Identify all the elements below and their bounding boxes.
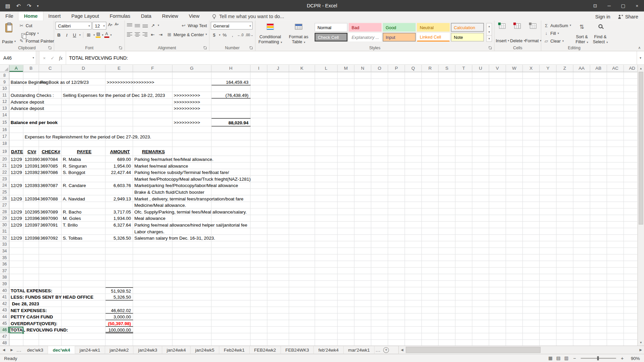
row-header-35[interactable]: 35: [0, 254, 9, 261]
ribbon-display-options-icon[interactable]: ⊡: [588, 0, 602, 11]
column-header-H[interactable]: H: [212, 65, 251, 72]
align-center-button[interactable]: [134, 32, 141, 37]
minimize-icon[interactable]: ─: [602, 0, 616, 11]
row-header-36[interactable]: 36: [0, 261, 9, 268]
cell-E19[interactable]: AMOUNT: [106, 147, 133, 156]
normal-view-button[interactable]: ▦: [548, 355, 552, 361]
ribbon-tab-insert[interactable]: Insert: [43, 11, 66, 20]
autosum-button[interactable]: ΣAutoSum▾: [543, 22, 572, 29]
row-header-14[interactable]: 14: [0, 112, 9, 118]
row-header-28[interactable]: 28: [0, 208, 9, 215]
find-select-button[interactable]: Find & Select ▾: [592, 22, 609, 45]
ribbon-tab-page-layout[interactable]: Page Layout: [66, 11, 104, 20]
scroll-down-icon[interactable]: ▾: [638, 339, 644, 346]
sheet-tab-mar-24wk1[interactable]: mar'24wk1: [343, 346, 375, 354]
horizontal-scroll-track[interactable]: [406, 346, 638, 354]
cell-E41[interactable]: 5,326.50: [106, 294, 133, 301]
cell-E22[interactable]: 22,427.44: [106, 169, 133, 176]
sheet-overflow-right[interactable]: ...: [375, 346, 382, 354]
conditional-formatting-button[interactable]: Conditional Formatting ▾: [257, 22, 284, 45]
fill-color-button[interactable]: ▨: [96, 31, 101, 39]
gallery-scroll-up-icon[interactable]: ▴: [487, 23, 492, 29]
gallery-scroll-down-icon[interactable]: ▾: [487, 29, 492, 35]
row-header-24[interactable]: 24: [0, 182, 9, 189]
italic-button[interactable]: I: [63, 31, 70, 39]
name-box[interactable]: A46 ▾: [0, 51, 36, 64]
close-icon[interactable]: ×: [630, 0, 644, 11]
cell-D28[interactable]: R. Bacho: [62, 208, 82, 215]
cell-style-normal[interactable]: Normal: [315, 23, 347, 32]
cell-D32[interactable]: S. Tolibas: [62, 235, 83, 241]
horizontal-scroll-thumb[interactable]: [406, 347, 540, 353]
gallery-more-icon[interactable]: ▾: [487, 35, 492, 42]
cell-A32[interactable]: 12/29: [9, 235, 22, 241]
row-header-8[interactable]: 8: [0, 72, 9, 79]
cell-C24[interactable]: 3697087: [39, 182, 58, 189]
row-header-40[interactable]: 40: [0, 287, 9, 294]
cell-A30[interactable]: 12/29: [9, 222, 22, 228]
cell-F28[interactable]: Ofc. Supply/Parking, termial fees/Meal a…: [133, 208, 247, 215]
row-header-46[interactable]: 46: [0, 327, 9, 334]
cell-A26[interactable]: 12/29: [9, 195, 22, 202]
cell-F31[interactable]: Labor charges.: [133, 228, 165, 235]
row-header-41[interactable]: 41: [0, 294, 9, 301]
borders-button[interactable]: ⊞: [85, 31, 92, 39]
sheet-tab-feb24wk2[interactable]: FEB24wk2: [250, 346, 281, 354]
row-header-32[interactable]: 32: [0, 235, 9, 241]
orientation-button[interactable]: ↗: [150, 22, 157, 29]
fill-button[interactable]: ↓Fill▾: [543, 29, 572, 37]
cut-button[interactable]: ✂Cut: [18, 22, 55, 29]
cell-D26[interactable]: A. Navidad: [62, 195, 85, 202]
cell-C26[interactable]: 3697088: [39, 195, 58, 202]
cell-E20[interactable]: 689.00: [106, 156, 133, 163]
column-header-R[interactable]: R: [422, 65, 439, 72]
sheet-nav-left-icon[interactable]: ◀: [0, 346, 8, 354]
scroll-right-icon[interactable]: ▶: [637, 348, 644, 352]
sheet-nav-right-icon[interactable]: ▶: [8, 346, 15, 354]
grid-canvas[interactable]: Balance BeginningPer Book as of 12/29/23…: [9, 72, 637, 346]
cell-C28[interactable]: 3697089: [39, 208, 58, 215]
cell-A40[interactable]: TOTAL EXPENSES:: [9, 287, 52, 294]
cell-A21[interactable]: 12/29: [9, 163, 22, 169]
tell-me-box[interactable]: Tell me what you want to do...: [211, 13, 284, 20]
middle-align-button[interactable]: [134, 22, 141, 28]
cell-E46[interactable]: 100,000.00: [106, 327, 133, 334]
cell-style-linked-cell[interactable]: Linked Cell: [417, 33, 450, 42]
cell-D22[interactable]: S. Bonggot: [62, 169, 85, 176]
cell-E29[interactable]: 1,934.00: [106, 215, 133, 222]
row-header-19[interactable]: 19: [0, 147, 9, 156]
ribbon-tab-data[interactable]: Data: [136, 11, 157, 20]
cell-D20[interactable]: R. Mabia: [62, 156, 81, 163]
ribbon-tab-home[interactable]: Home: [19, 11, 43, 20]
column-header-AD[interactable]: AD: [624, 65, 637, 72]
cell-C32[interactable]: 3697092: [39, 235, 58, 241]
row-header-29[interactable]: 29: [0, 215, 9, 222]
row-header-17[interactable]: 17: [0, 133, 9, 140]
row-header-47[interactable]: 47: [0, 333, 9, 340]
column-header-G[interactable]: G: [172, 65, 211, 72]
vertical-scroll-track[interactable]: [638, 71, 644, 339]
sheet-overflow-left[interactable]: ...: [16, 346, 23, 354]
increase-decimal-button[interactable]: ←.0: [237, 31, 244, 39]
vertical-scrollbar[interactable]: ▴ ▾: [637, 65, 644, 346]
cell-C20[interactable]: 3697084: [39, 156, 58, 163]
sheet-tab-dec-wk3[interactable]: dec'wk3: [22, 346, 48, 354]
sheet-tab-feb24wk3[interactable]: FEB24WK3: [281, 346, 314, 354]
row-header-26[interactable]: 26: [0, 195, 9, 202]
cell-E28[interactable]: 3,717.05: [106, 208, 133, 215]
cell-style-good[interactable]: Good: [383, 23, 416, 32]
cell-B19[interactable]: CV#: [23, 147, 39, 156]
row-header-18[interactable]: 18: [0, 140, 9, 147]
cell-B24[interactable]: 120393: [23, 182, 40, 189]
cell-A44[interactable]: PETTY CASH FUND: [9, 314, 53, 320]
cell-F32[interactable]: Salesman salary from Dec. 16-31, 2023.: [133, 235, 215, 241]
column-header-V[interactable]: V: [489, 65, 506, 72]
new-sheet-button[interactable]: +: [382, 346, 391, 354]
cell-B17[interactable]: Expenses for Replenishment for the perio…: [23, 133, 151, 140]
column-header-A[interactable]: A: [9, 65, 23, 72]
ribbon-tab-formulas[interactable]: Formulas: [104, 11, 136, 20]
save-icon[interactable]: ▤: [3, 1, 12, 10]
name-box-caret-icon[interactable]: ▾: [33, 56, 34, 60]
column-header-M[interactable]: M: [338, 65, 355, 72]
cell-C22[interactable]: 3697086: [39, 169, 58, 176]
